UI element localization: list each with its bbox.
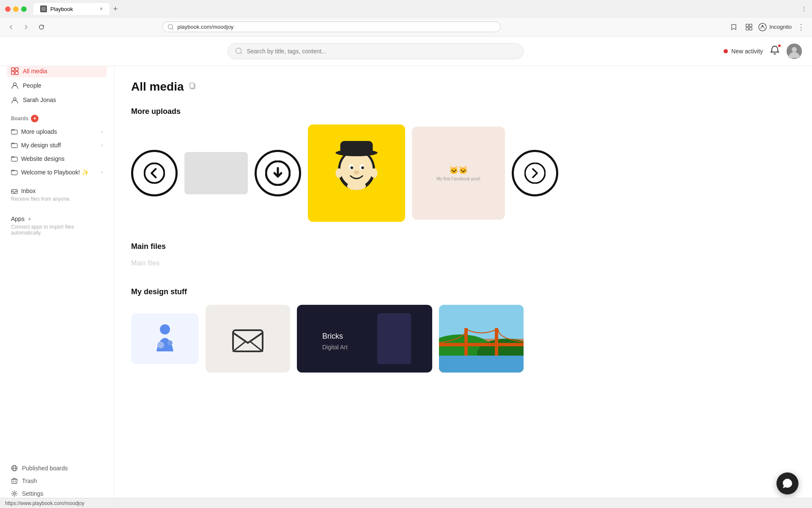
design-item-1[interactable] bbox=[131, 313, 199, 364]
forward-nav-button[interactable] bbox=[512, 150, 558, 196]
back-nav-button[interactable] bbox=[131, 150, 178, 196]
folder-icon bbox=[11, 169, 18, 176]
main-content: All media More uploads bbox=[114, 66, 812, 508]
svg-rect-16 bbox=[11, 144, 17, 148]
svg-rect-58 bbox=[464, 328, 468, 356]
page-title-row: All media bbox=[131, 80, 795, 94]
sidebar-item-all-media[interactable]: All media bbox=[7, 65, 107, 77]
window-maximize-dot[interactable] bbox=[21, 6, 27, 12]
svg-point-30 bbox=[145, 163, 165, 183]
back-button[interactable] bbox=[5, 21, 17, 33]
media-placeholder-1[interactable] bbox=[184, 152, 248, 194]
header-right: New activity bbox=[724, 44, 802, 59]
svg-point-41 bbox=[371, 168, 378, 178]
design-stuff-grid: Bricks Digital Art bbox=[131, 305, 795, 373]
chat-button[interactable] bbox=[776, 472, 798, 494]
my-design-stuff-section: My design stuff bbox=[131, 287, 795, 373]
svg-rect-17 bbox=[11, 157, 17, 161]
design-item-2[interactable] bbox=[206, 305, 290, 373]
boards-section-label: Boards + bbox=[7, 115, 107, 122]
incognito-indicator: Incognito bbox=[758, 23, 792, 31]
browser-menu-button[interactable]: ⋮ bbox=[795, 21, 807, 33]
person-icon bbox=[11, 96, 19, 104]
browser-chrome: Playbook × + ⋮ playbook.com/moodjoy bbox=[0, 0, 812, 37]
svg-rect-52 bbox=[377, 313, 411, 364]
svg-point-6 bbox=[762, 25, 763, 27]
activity-dot bbox=[724, 49, 728, 53]
svg-rect-2 bbox=[749, 24, 752, 27]
svg-rect-11 bbox=[11, 72, 14, 75]
sidebar-bottom: Published boards Trash Settings bbox=[7, 454, 107, 500]
svg-rect-23 bbox=[12, 479, 17, 483]
sidebar-all-media-label: All media bbox=[23, 68, 47, 75]
copy-icon[interactable] bbox=[189, 82, 197, 92]
new-tab-button[interactable]: + bbox=[110, 3, 121, 15]
svg-point-36 bbox=[351, 166, 353, 169]
bookmark-button[interactable] bbox=[728, 21, 740, 33]
svg-rect-10 bbox=[15, 68, 18, 71]
inbox-description: Receive files from anyone. bbox=[11, 196, 103, 202]
notifications-bell[interactable] bbox=[770, 45, 780, 57]
svg-point-8 bbox=[792, 47, 797, 52]
design-item-4[interactable] bbox=[439, 305, 524, 373]
refresh-button[interactable] bbox=[36, 21, 47, 33]
browser-tab-active[interactable]: Playbook × bbox=[33, 3, 110, 15]
add-board-button[interactable]: + bbox=[31, 115, 38, 122]
window-close-dot[interactable] bbox=[5, 6, 11, 12]
search-input[interactable] bbox=[247, 48, 516, 55]
inbox-icon bbox=[11, 188, 18, 194]
svg-rect-3 bbox=[746, 28, 749, 30]
board-more-uploads-label: More uploads bbox=[21, 128, 57, 135]
settings-icon bbox=[11, 490, 18, 497]
tab-menu-button[interactable]: ⋮ bbox=[801, 6, 807, 12]
mailchimp-card[interactable] bbox=[308, 124, 405, 222]
sidebar-item-sarah-jonas[interactable]: Sarah Jonas bbox=[7, 94, 107, 106]
sidebar-people-label: People bbox=[23, 82, 41, 89]
svg-point-5 bbox=[759, 23, 766, 31]
svg-point-43 bbox=[347, 182, 366, 190]
svg-point-37 bbox=[361, 166, 364, 169]
folder-icon bbox=[11, 155, 18, 162]
sidebar-sarah-jonas-label: Sarah Jonas bbox=[23, 97, 56, 103]
user-avatar[interactable] bbox=[787, 44, 802, 59]
tab-favicon bbox=[40, 6, 47, 12]
more-uploads-section: More uploads bbox=[131, 107, 795, 222]
sidebar-item-people[interactable]: People bbox=[7, 79, 107, 92]
sidebar-board-my-design-stuff[interactable]: My design stuff › bbox=[7, 139, 107, 151]
sidebar-board-more-uploads[interactable]: More uploads › bbox=[7, 126, 107, 138]
main-files-placeholder: Main files bbox=[131, 260, 795, 267]
design-item-3[interactable]: Bricks Digital Art bbox=[297, 305, 432, 373]
tab-close-button[interactable]: × bbox=[100, 6, 103, 12]
new-activity-label: New activity bbox=[731, 48, 763, 55]
folder-icon bbox=[11, 142, 18, 149]
svg-rect-15 bbox=[11, 130, 17, 134]
sidebar-board-website-designs[interactable]: Website designs bbox=[7, 153, 107, 165]
svg-rect-54 bbox=[439, 305, 524, 339]
url-display: playbook.com/moodjoy bbox=[177, 24, 495, 30]
more-uploads-title: More uploads bbox=[131, 107, 795, 116]
sidebar-item-trash[interactable]: Trash bbox=[7, 475, 107, 487]
trash-icon bbox=[11, 478, 18, 484]
download-button[interactable] bbox=[255, 150, 301, 196]
grid-icon bbox=[11, 67, 19, 75]
add-app-button[interactable]: + bbox=[28, 215, 31, 222]
forward-button[interactable] bbox=[20, 21, 32, 33]
new-activity-button[interactable]: New activity bbox=[724, 48, 763, 55]
extensions-button[interactable] bbox=[743, 21, 755, 33]
sidebar-item-published-boards[interactable]: Published boards bbox=[7, 462, 107, 474]
apps-section: Apps + Connect apps to import files auto… bbox=[7, 211, 107, 240]
board-website-designs-label: Website designs bbox=[21, 155, 64, 162]
sidebar-item-settings[interactable]: Settings bbox=[7, 488, 107, 500]
window-minimize-dot[interactable] bbox=[13, 6, 19, 12]
chevron-right-icon: › bbox=[101, 129, 103, 135]
cats-card[interactable]: 🐱🐱 My first Facebook post! bbox=[412, 127, 505, 220]
sidebar-board-welcome[interactable]: Welcome to Playbook! ✨ › bbox=[7, 166, 107, 178]
chevron-right-icon: › bbox=[101, 142, 103, 148]
trash-label: Trash bbox=[22, 478, 37, 484]
svg-point-27 bbox=[14, 493, 16, 495]
svg-point-44 bbox=[525, 163, 545, 183]
browser-toolbar: playbook.com/moodjoy Incognito ⋮ bbox=[0, 18, 812, 36]
svg-text:Digital Art: Digital Art bbox=[322, 344, 348, 351]
people-icon bbox=[11, 82, 19, 89]
address-bar[interactable]: playbook.com/moodjoy bbox=[162, 22, 501, 32]
